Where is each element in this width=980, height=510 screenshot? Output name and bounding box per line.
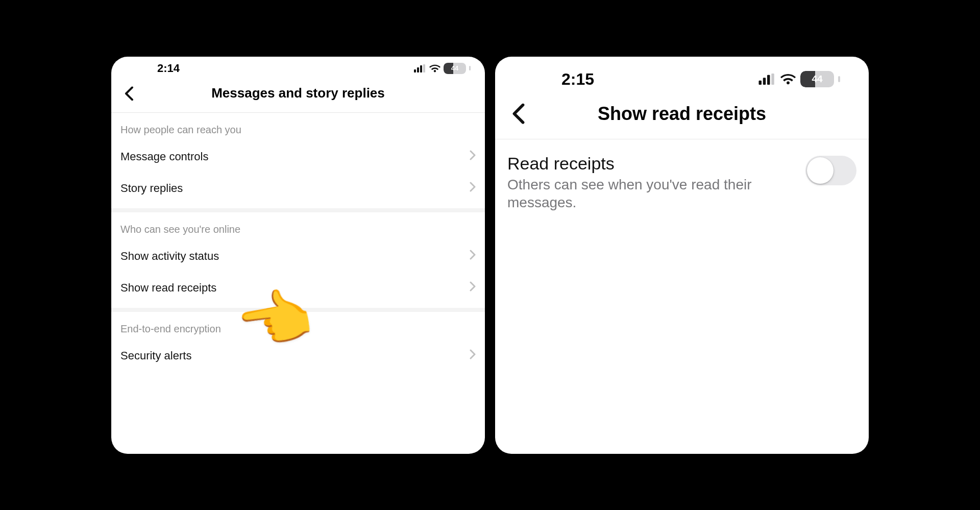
status-time: 2:15 bbox=[561, 70, 594, 89]
row-read-receipts-toggle: Read receipts Others can see when you've… bbox=[495, 139, 869, 211]
section-online: Who can see you're online Show activity … bbox=[111, 212, 485, 304]
svg-rect-1 bbox=[417, 67, 419, 72]
nav-bar: Messages and story replies bbox=[111, 78, 485, 113]
nav-bar: Show read receipts bbox=[495, 94, 869, 139]
row-story-replies[interactable]: Story replies bbox=[111, 173, 485, 204]
svg-rect-4 bbox=[759, 81, 762, 85]
toggle-texts: Read receipts Others can see when you've… bbox=[507, 154, 805, 211]
battery-tip-icon bbox=[469, 66, 471, 70]
chevron-left-icon bbox=[512, 103, 525, 124]
section-divider bbox=[111, 208, 485, 212]
cell-signal-icon bbox=[758, 74, 776, 85]
svg-rect-0 bbox=[414, 69, 416, 72]
wifi-icon bbox=[429, 64, 440, 72]
chevron-right-icon bbox=[470, 281, 476, 295]
battery-icon: 44 bbox=[800, 71, 834, 87]
chevron-right-icon bbox=[470, 250, 476, 263]
row-message-controls[interactable]: Message controls bbox=[111, 141, 485, 173]
svg-rect-7 bbox=[771, 74, 774, 85]
row-label: Show read receipts bbox=[120, 281, 216, 295]
chevron-right-icon bbox=[470, 349, 476, 362]
switch-knob bbox=[807, 157, 834, 184]
row-activity-status[interactable]: Show activity status bbox=[111, 240, 485, 272]
chevron-left-icon bbox=[125, 86, 134, 101]
read-receipts-switch[interactable] bbox=[805, 156, 856, 185]
battery-level: 44 bbox=[800, 74, 834, 85]
section-divider bbox=[111, 308, 485, 312]
back-button[interactable] bbox=[507, 102, 530, 125]
section-reach: How people can reach you Message control… bbox=[111, 113, 485, 204]
row-label: Security alerts bbox=[120, 349, 191, 362]
svg-rect-3 bbox=[423, 64, 425, 72]
status-right: 44 bbox=[414, 63, 471, 74]
status-time: 2:14 bbox=[157, 62, 180, 75]
section-encryption: End-to-end encryption Security alerts bbox=[111, 312, 485, 372]
section-header-encryption: End-to-end encryption bbox=[111, 312, 485, 340]
screenshot-pair: 2:14 44 Messages and story replies bbox=[102, 47, 878, 463]
row-label: Story replies bbox=[120, 182, 183, 195]
wifi-icon bbox=[780, 74, 796, 85]
svg-rect-2 bbox=[420, 65, 422, 72]
battery-icon: 44 bbox=[444, 63, 466, 74]
status-right: 44 bbox=[758, 71, 840, 87]
status-bar: 2:14 44 bbox=[111, 57, 485, 78]
chevron-right-icon bbox=[470, 182, 476, 195]
status-bar: 2:15 44 bbox=[495, 57, 869, 94]
back-button[interactable] bbox=[120, 85, 138, 102]
toggle-subtitle: Others can see when you've read their me… bbox=[507, 176, 793, 211]
svg-rect-6 bbox=[767, 75, 770, 85]
toggle-title: Read receipts bbox=[507, 154, 793, 174]
section-header-online: Who can see you're online bbox=[111, 212, 485, 240]
battery-tip-icon bbox=[838, 76, 840, 82]
row-label: Message controls bbox=[120, 150, 208, 163]
row-security-alerts[interactable]: Security alerts bbox=[111, 340, 485, 372]
row-label: Show activity status bbox=[120, 250, 219, 263]
cell-signal-icon bbox=[414, 64, 426, 72]
page-title: Messages and story replies bbox=[120, 85, 476, 101]
battery-level: 44 bbox=[444, 64, 466, 72]
chevron-right-icon bbox=[470, 150, 476, 163]
section-header-reach: How people can reach you bbox=[111, 113, 485, 141]
phone-right: 2:15 44 Show read receipts bbox=[495, 57, 869, 454]
svg-rect-5 bbox=[763, 78, 766, 85]
page-title: Show read receipts bbox=[507, 103, 856, 125]
row-read-receipts[interactable]: Show read receipts bbox=[111, 272, 485, 304]
phone-left: 2:14 44 Messages and story replies bbox=[111, 57, 485, 454]
